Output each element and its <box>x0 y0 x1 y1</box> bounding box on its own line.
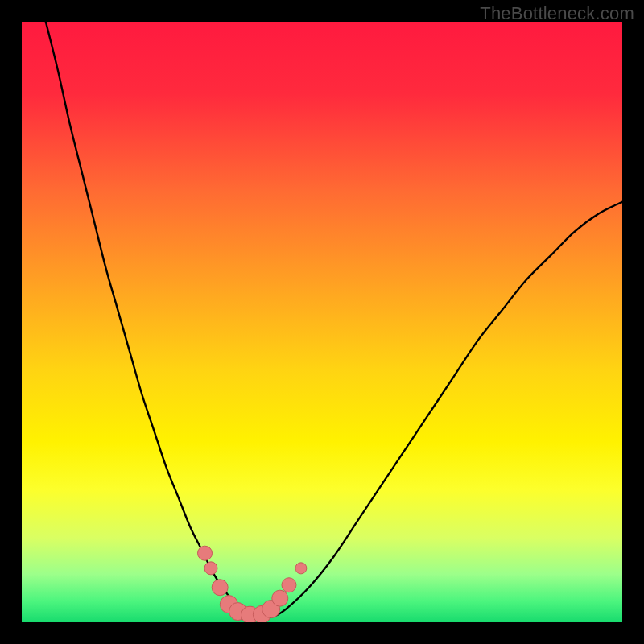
outer-frame: TheBottleneck.com <box>0 0 644 644</box>
marker-point <box>295 563 307 574</box>
marker-point <box>204 562 217 575</box>
marker-point <box>212 580 228 596</box>
marker-point <box>198 546 213 560</box>
gradient-bg <box>22 22 622 622</box>
marker-point <box>272 590 288 606</box>
plot-area <box>22 22 622 622</box>
marker-point <box>282 578 296 592</box>
chart-svg <box>22 22 622 622</box>
watermark-text: TheBottleneck.com <box>480 3 634 24</box>
